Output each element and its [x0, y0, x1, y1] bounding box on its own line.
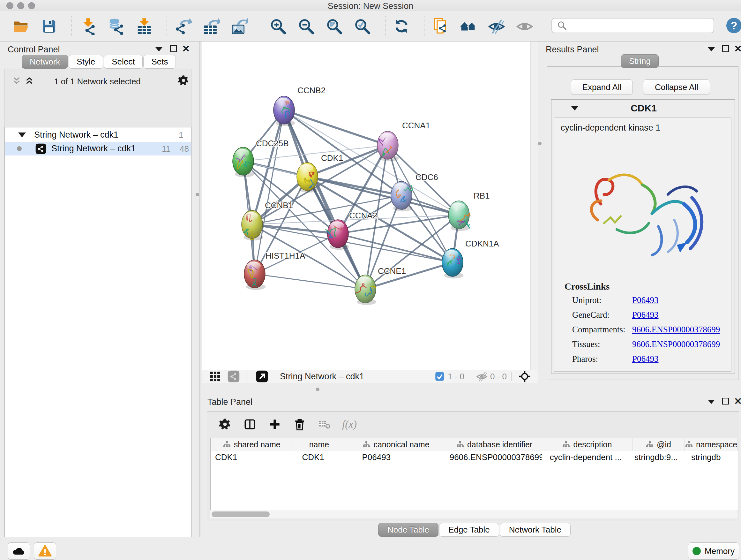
network-node-CDC6[interactable]	[391, 181, 412, 211]
network-node-CCNA1[interactable]	[377, 131, 399, 161]
table-panel-float-icon[interactable]	[722, 398, 729, 405]
expand-all-button[interactable]: Expand All	[571, 79, 633, 95]
add-column-icon[interactable]	[266, 416, 283, 433]
network-node-CCNA2[interactable]	[326, 220, 349, 250]
table-cell[interactable]: stringdb	[685, 451, 738, 463]
network-canvas[interactable]: CCNB2CCNA1CDC25BCDK1CDC6RB1CCNB1CCNA2CDK…	[202, 42, 538, 370]
left-splitter-handle[interactable]	[196, 193, 199, 196]
zoom-selected-button[interactable]	[354, 17, 372, 35]
export-table-button[interactable]	[202, 17, 220, 35]
results-panel-float-icon[interactable]	[722, 45, 729, 52]
string-document-button[interactable]	[431, 17, 449, 35]
show-all-button[interactable]	[516, 17, 534, 35]
network-edge[interactable]	[255, 110, 284, 274]
gene-panel-header[interactable]: CDK1	[551, 100, 735, 117]
tab-select[interactable]: Select	[104, 55, 143, 69]
control-panel-float-icon[interactable]	[170, 45, 177, 52]
network-edge[interactable]	[284, 110, 388, 145]
crosslink-value-link[interactable]: P06493	[632, 295, 659, 305]
network-node-CDKN1A[interactable]	[442, 248, 463, 278]
delete-column-icon[interactable]	[291, 416, 308, 433]
tab-string[interactable]: String	[621, 54, 659, 68]
tab-node-table[interactable]: Node Table	[378, 523, 439, 537]
open-view-icon[interactable]	[255, 369, 269, 383]
tab-edge-table[interactable]: Edge Table	[439, 523, 499, 537]
column-header-database-identifier[interactable]: database identifier	[447, 438, 542, 451]
table-hscrollbar-thumb[interactable]	[212, 511, 270, 517]
show-columns-icon[interactable]	[242, 416, 258, 433]
network-edge[interactable]	[401, 195, 453, 262]
column-header-namespace[interactable]: namespace	[685, 438, 738, 451]
crosslink-value-link[interactable]: P06493	[632, 354, 659, 364]
network-edge[interactable]	[255, 274, 365, 289]
network-options-gear-icon[interactable]	[177, 74, 190, 87]
column-header--id[interactable]: @id	[632, 438, 685, 451]
table-panel-close-icon[interactable]: ✕	[734, 398, 741, 405]
collapse-all-button[interactable]: Collapse All	[643, 79, 710, 95]
table-options-gear-icon[interactable]	[217, 416, 233, 433]
network-node-CCNE1[interactable]	[355, 275, 376, 305]
results-panel-close-icon[interactable]: ✕	[734, 45, 741, 52]
network-node-CDK1[interactable]	[297, 163, 318, 192]
network-tree-root-row[interactable]: String Network – cdk1 1	[5, 129, 191, 141]
memory-button[interactable]: Memory	[688, 543, 739, 560]
table-panel-menu-icon[interactable]	[708, 400, 715, 404]
network-node-HIST1H1A[interactable]	[244, 260, 266, 290]
open-file-button[interactable]	[12, 17, 30, 35]
tree-expander-icon[interactable]	[18, 132, 26, 137]
network-view-icon[interactable]	[226, 369, 241, 383]
search-input[interactable]	[567, 21, 706, 30]
table-hscrollbar[interactable]	[210, 510, 738, 518]
selected-checkbox-icon[interactable]	[434, 371, 445, 382]
tab-style[interactable]: Style	[69, 55, 103, 69]
expand-all-networks-icon[interactable]	[24, 76, 34, 85]
table-cell[interactable]: 9606.ENSP00000378699	[447, 451, 542, 463]
help-button[interactable]: ?	[726, 18, 741, 33]
crosslink-value-link[interactable]: 9606.ENSP00000378699	[632, 325, 720, 334]
table-cell[interactable]: CDK1	[293, 451, 345, 463]
column-header-shared-name[interactable]: shared name	[211, 438, 293, 451]
crosslink-value-link[interactable]: 9606.ENSP00000378699	[632, 339, 720, 349]
network-node-CCNB1[interactable]	[242, 210, 263, 240]
table-row[interactable]: CDK1CDK1P064939606.ENSP00000378699cyclin…	[211, 451, 738, 463]
save-session-button[interactable]	[40, 17, 58, 35]
refresh-network-button[interactable]	[393, 17, 410, 35]
import-table-file-button[interactable]	[135, 17, 153, 35]
network-node-CCNB2[interactable]	[273, 96, 295, 126]
zoom-fit-button[interactable]	[326, 17, 343, 35]
home-button[interactable]	[460, 17, 477, 35]
warnings-button[interactable]	[34, 543, 56, 560]
table-cell[interactable]: P06493	[345, 451, 447, 463]
tab-sets[interactable]: Sets	[143, 55, 176, 69]
network-vscrollbar[interactable]	[530, 42, 538, 370]
import-network-file-button[interactable]	[79, 17, 97, 35]
table-cell[interactable]: CDK1	[211, 451, 293, 463]
crosslink-value-link[interactable]: P06493	[632, 310, 659, 320]
network-node-CDC25B[interactable]	[232, 147, 254, 177]
grid-view-icon[interactable]	[208, 369, 222, 383]
network-edge[interactable]	[338, 234, 453, 262]
gene-collapse-icon[interactable]	[571, 106, 578, 111]
network-edge[interactable]	[284, 110, 459, 215]
table-cell[interactable]: stringdb:9...	[632, 451, 685, 463]
column-header-canonical-name[interactable]: canonical name	[345, 438, 447, 451]
tab-network-table[interactable]: Network Table	[500, 523, 570, 537]
import-network-database-button[interactable]	[107, 17, 125, 35]
hidden-eye-icon[interactable]	[475, 370, 488, 383]
export-network-button[interactable]	[174, 17, 192, 35]
table-cell[interactable]: cyclin-dependent ...	[542, 451, 632, 463]
tab-network[interactable]: Network	[22, 55, 68, 69]
cloud-button[interactable]	[8, 543, 30, 560]
birdseye-crosshair-icon[interactable]	[517, 369, 532, 384]
network-node-RB1[interactable]	[448, 201, 470, 231]
zoom-in-button[interactable]	[269, 17, 287, 35]
control-panel-close-icon[interactable]: ✕	[182, 45, 190, 52]
results-panel-menu-icon[interactable]	[708, 47, 715, 51]
collapse-all-networks-icon[interactable]	[12, 76, 21, 85]
hide-selected-button[interactable]	[488, 17, 506, 35]
column-header-description[interactable]: description	[542, 438, 632, 451]
zoom-out-button[interactable]	[297, 17, 315, 35]
column-header-name[interactable]: name	[293, 438, 345, 451]
control-panel-menu-icon[interactable]	[155, 47, 162, 51]
export-image-button[interactable]	[230, 17, 248, 35]
